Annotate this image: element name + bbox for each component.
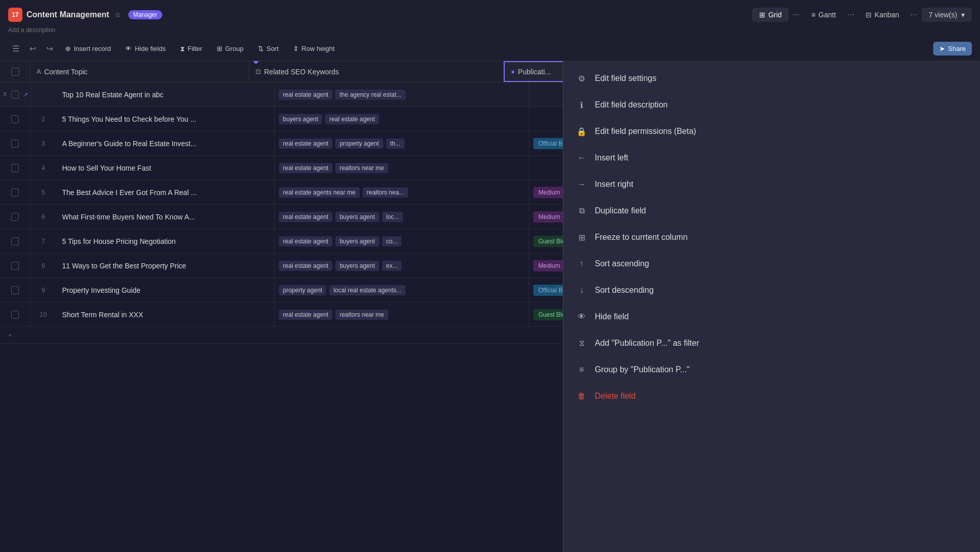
row-number: 7	[31, 229, 56, 253]
menu-icon-delete-field: 🗑	[575, 390, 588, 402]
select-all-checkbox[interactable]	[11, 68, 19, 76]
hide-fields-button[interactable]: 👁 Hide fields	[119, 42, 172, 56]
header-checkbox-col	[0, 61, 31, 82]
row-height-button[interactable]: ⇕ Row height	[287, 42, 341, 56]
drag-handle[interactable]: ⠿	[0, 141, 9, 146]
menu-item-insert-right[interactable]: → Insert right	[563, 171, 980, 198]
row-topic[interactable]: Short Term Rental in XXX	[56, 302, 275, 326]
keyword-tag: real estate agents near me	[279, 187, 360, 198]
row-number: 6	[31, 205, 56, 229]
keyword-tag: real estate agent	[279, 90, 332, 100]
keyword-tag: real estate agent	[279, 236, 332, 246]
menu-item-edit-field-permissions[interactable]: 🔒 Edit field permissions (Beta)	[563, 118, 980, 145]
keyword-tag: realtors near me	[335, 310, 388, 320]
menu-item-hide-field[interactable]: 👁 Hide field	[563, 303, 980, 330]
share-button[interactable]: ➤ Share	[933, 42, 972, 56]
drag-handle[interactable]: ⠿	[0, 214, 9, 219]
tab-grid[interactable]: ⊞ Grid	[752, 8, 789, 22]
row-checkbox[interactable]	[11, 91, 19, 99]
row-keywords: real estate agentbuyers agentco...	[275, 229, 529, 253]
row-topic[interactable]: A Beginner's Guide to Real Estate Invest…	[56, 131, 275, 155]
drag-handle[interactable]: ⠿	[0, 165, 9, 171]
menu-item-sort-descending[interactable]: ↓ Sort descending	[563, 277, 980, 303]
drag-handle[interactable]: ⠿	[0, 92, 9, 97]
row-checkbox[interactable]	[11, 262, 19, 270]
column-header-topic[interactable]: A Content Topic	[31, 61, 249, 82]
keyword-tag: real estate agent	[325, 114, 379, 124]
keyword-tag: real estate agent	[279, 163, 332, 173]
row-topic[interactable]: 11 Ways to Get the Best Property Price	[56, 254, 275, 278]
row-number: 3	[31, 131, 56, 155]
menu-item-edit-field-description[interactable]: ℹ Edit field description	[563, 92, 980, 118]
sort-icon: ⇅	[258, 45, 264, 52]
plus-icon: ⊕	[65, 45, 71, 52]
insert-record-button[interactable]: ⊕ Insert record	[59, 42, 117, 56]
row-topic[interactable]: Property Investing Guide	[56, 278, 275, 302]
undo-button[interactable]: ↩	[25, 42, 40, 56]
sidebar-toggle[interactable]: ☰	[8, 42, 23, 56]
expand-icon: ↗	[21, 262, 30, 269]
kanban-icon: ⊟	[866, 11, 872, 19]
menu-item-delete-field[interactable]: 🗑 Delete field	[563, 383, 980, 409]
menu-label-group-by: Group by "Publication P..."	[595, 365, 689, 374]
row-number	[31, 82, 56, 106]
row-topic[interactable]: 5 Things You Need to Check before You ..…	[56, 107, 275, 131]
row-number: 10	[31, 302, 56, 326]
row-topic[interactable]: Top 10 Real Estate Agent in abc	[56, 82, 275, 106]
tab-kanban[interactable]: ⊟ Kanban	[858, 8, 906, 22]
row-checkbox[interactable]	[11, 188, 19, 197]
drag-handle[interactable]: ⠿	[0, 312, 9, 317]
row-checkbox-col: ⠿ ↗	[0, 229, 31, 253]
sort-button[interactable]: ⇅ Sort	[252, 42, 285, 56]
tab-gantt[interactable]: ≡ Gantt	[804, 8, 843, 22]
menu-item-freeze-column[interactable]: ⊞ Freeze to currtent column	[563, 224, 980, 251]
expand-icon: ↗	[21, 287, 30, 294]
drag-handle[interactable]: ⠿	[0, 116, 9, 122]
row-topic[interactable]: The Best Advice I Ever Got From A Real .…	[56, 180, 275, 204]
row-checkbox[interactable]	[11, 140, 19, 148]
kanban-more-icon[interactable]: ⋯	[908, 9, 919, 21]
chevron-down-icon: ▾	[961, 11, 965, 19]
menu-icon-sort-descending: ↓	[575, 284, 588, 296]
keyword-tag: buyers agent	[279, 114, 322, 124]
drag-handle[interactable]: ⠿	[0, 189, 9, 195]
menu-item-add-filter[interactable]: ⧖ Add "Publication P..." as filter	[563, 330, 980, 356]
row-checkbox[interactable]	[11, 286, 19, 294]
drag-handle[interactable]: ⠿	[0, 238, 9, 244]
menu-item-sort-ascending[interactable]: ↑ Sort ascending	[563, 251, 980, 277]
nav-arrows: ☰ ↩ ↪	[8, 42, 57, 56]
row-checkbox[interactable]	[11, 311, 19, 319]
drag-handle[interactable]: ⠿	[0, 263, 9, 268]
row-keywords: real estate agentthe agency real estat..…	[275, 82, 529, 106]
expand-icon: ↗	[21, 311, 30, 318]
redo-button[interactable]: ↪	[42, 42, 57, 56]
expand-icon[interactable]: ↗	[21, 91, 30, 98]
expand-icon: ↗	[21, 238, 30, 245]
description[interactable]: Add a description	[0, 26, 980, 37]
menu-item-group-by[interactable]: ≡ Group by "Publication P..."	[563, 356, 980, 383]
gantt-more-icon[interactable]: ⋯	[845, 9, 856, 21]
menu-item-insert-left[interactable]: ← Insert left	[563, 145, 980, 171]
row-checkbox[interactable]	[11, 115, 19, 123]
menu-item-edit-field-settings[interactable]: ⚙ Edit field settings	[563, 65, 980, 92]
row-checkbox[interactable]	[11, 237, 19, 245]
column-header-keywords[interactable]: ⊡ Related SEO Keywords	[249, 61, 504, 82]
row-checkbox-col: ⠿ ↗	[0, 107, 31, 131]
menu-label-insert-right: Insert right	[595, 180, 633, 189]
group-button[interactable]: ⊞ Group	[211, 42, 250, 56]
grid-more-icon[interactable]: ⋯	[791, 9, 802, 21]
row-checkbox[interactable]	[11, 213, 19, 221]
row-keywords: real estate agentrealtors near me	[275, 156, 529, 180]
menu-item-duplicate-field[interactable]: ⧉ Duplicate field	[563, 198, 980, 224]
row-keywords: real estate agents near merealtors nea..…	[275, 180, 529, 204]
row-topic[interactable]: What First-time Buyers Need To Know A...	[56, 205, 275, 229]
filter-button[interactable]: ⧗ Filter	[174, 42, 209, 56]
toolbar: ☰ ↩ ↪ ⊕ Insert record 👁 Hide fields ⧗ Fi…	[0, 37, 980, 61]
row-topic[interactable]: 5 Tips for House Pricing Negotiation	[56, 229, 275, 253]
star-icon[interactable]: ☆	[114, 11, 121, 19]
row-keywords: real estate agentproperty agentth...	[275, 131, 529, 155]
row-checkbox[interactable]	[11, 164, 19, 172]
drag-handle[interactable]: ⠿	[0, 287, 9, 293]
row-topic[interactable]: How to Sell Your Home Fast	[56, 156, 275, 180]
views-count[interactable]: 7 view(s) ▾	[921, 8, 972, 22]
